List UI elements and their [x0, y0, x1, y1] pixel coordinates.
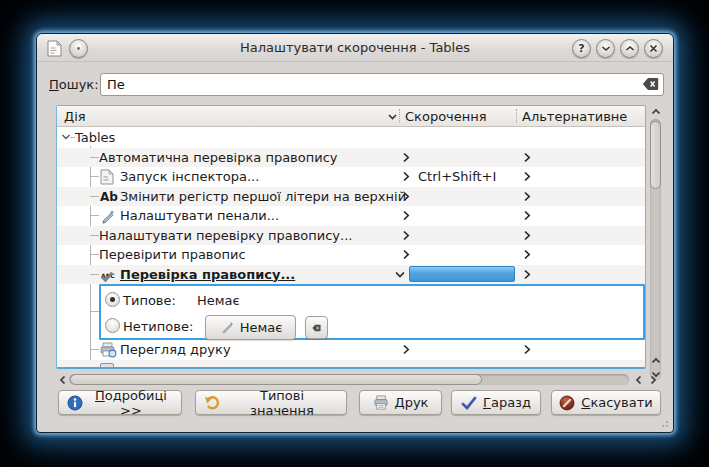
shortcut-expander-icon[interactable] — [402, 344, 410, 355]
chevron-down-icon[interactable] — [394, 269, 406, 280]
print-button-label: Друк — [395, 395, 429, 410]
default-shortcut-value: Немає — [197, 293, 240, 308]
script-icon — [100, 169, 117, 185]
shortcut-value: Ctrl+Shift+I — [418, 167, 496, 187]
shortcut-expander-icon[interactable] — [402, 230, 410, 241]
chevron-up-icon — [625, 45, 635, 52]
shortcuts-table: Дія Скорочення Альтернативне Tables Авто… — [56, 105, 646, 369]
alternate-expander-icon[interactable] — [523, 191, 531, 202]
alternate-expander-icon[interactable] — [523, 210, 531, 221]
shortcut-expander-icon[interactable] — [402, 191, 410, 202]
table-row[interactable]: Налаштувати перевірку правопису... — [57, 226, 645, 246]
help-button[interactable]: ? — [572, 39, 591, 58]
print-button[interactable]: Друк — [359, 390, 442, 415]
tree-line — [90, 157, 99, 158]
print-preview-icon — [100, 342, 117, 358]
undo-icon — [204, 395, 220, 410]
action-label: Налаштувати пенали... — [120, 206, 279, 226]
cancel-icon — [559, 395, 575, 411]
titlebar[interactable]: Налаштувати скорочення - Tables ? — [37, 34, 673, 62]
alternate-expander-icon[interactable] — [523, 249, 531, 260]
shortcut-input-field[interactable] — [409, 266, 515, 282]
minimize-button[interactable] — [596, 39, 615, 58]
cancel-button[interactable]: Скасувати — [551, 390, 661, 415]
custom-shortcut-radio[interactable] — [105, 318, 120, 333]
column-separator — [516, 109, 517, 123]
scrollbar-thumb[interactable] — [650, 121, 661, 189]
resize-grip[interactable] — [661, 420, 669, 428]
sort-indicator-icon[interactable] — [387, 113, 398, 121]
tree-line — [90, 254, 99, 255]
table-header: Дія Скорочення Альтернативне — [57, 106, 645, 127]
action-label: Запуск інспектора... — [120, 167, 259, 187]
default-shortcut-label: Типове: — [123, 293, 176, 308]
ok-button-label: Гаразд — [483, 395, 531, 410]
shortcut-expander-icon[interactable] — [402, 152, 410, 163]
table-row[interactable]: Перегляд друку — [57, 340, 645, 360]
scrollbar-thumb[interactable] — [70, 374, 482, 385]
defaults-button-label: Типові значення — [226, 388, 338, 418]
group-label: Tables — [75, 128, 115, 148]
scroll-left-icon[interactable] — [632, 373, 645, 386]
column-header-action[interactable]: Дія — [64, 109, 86, 124]
ok-button[interactable]: Гаразд — [451, 390, 541, 415]
tree-line — [90, 215, 99, 216]
scroll-right-icon[interactable] — [646, 373, 659, 386]
info-icon — [67, 395, 83, 411]
table-row-selected[interactable]: ABC Перевірка правопису... — [57, 265, 645, 285]
help-glyph: ? — [578, 42, 584, 55]
horizontal-scrollbar[interactable] — [56, 372, 660, 387]
action-label: Перегляд друку — [120, 340, 231, 360]
tree-line — [90, 196, 99, 197]
alternate-expander-icon[interactable] — [523, 171, 531, 182]
alternate-expander-icon[interactable] — [523, 269, 531, 280]
defaults-button[interactable]: Типові значення — [195, 390, 347, 415]
scrollbar-track[interactable] — [69, 374, 629, 385]
tree-line — [90, 274, 99, 275]
printer-icon — [373, 395, 389, 410]
clear-shortcut-button[interactable] — [305, 316, 328, 339]
screen: Налаштувати скорочення - Tables ? Пошук:… — [0, 0, 709, 467]
table-row[interactable]: Перевірити правопис — [57, 245, 645, 265]
close-button[interactable] — [644, 39, 663, 58]
custom-shortcut-button[interactable]: Немає — [205, 315, 296, 340]
action-label: Змінити регістр першої літери на верхній — [120, 187, 406, 207]
cancel-button-label: Скасувати — [581, 395, 652, 410]
close-icon — [649, 44, 658, 53]
alternate-expander-icon[interactable] — [523, 230, 531, 241]
chevron-down-icon — [601, 45, 611, 52]
shortcut-expander-icon[interactable] — [402, 171, 410, 182]
default-shortcut-radio[interactable] — [105, 292, 120, 307]
shortcuts-dialog: Налаштувати скорочення - Tables ? Пошук:… — [36, 33, 674, 433]
shortcut-expander-icon[interactable] — [402, 210, 410, 221]
clipped-icon — [100, 363, 114, 369]
table-row[interactable]: Налаштувати пенали... — [57, 206, 645, 226]
alternate-expander-icon[interactable] — [523, 152, 531, 163]
action-label: Перевірка правопису... — [120, 265, 295, 285]
column-header-shortcut[interactable]: Скорочення — [405, 109, 487, 124]
tree-line — [90, 311, 99, 312]
action-label: Перевірити правопис — [99, 245, 246, 265]
table-row[interactable]: Запуск інспектора... Ctrl+Shift+I — [57, 167, 645, 187]
scroll-left-icon[interactable] — [56, 373, 69, 386]
maximize-button[interactable] — [620, 39, 639, 58]
table-row[interactable]: Ab Змінити регістр першої літери на верх… — [57, 187, 645, 207]
shortcut-expander-icon[interactable] — [402, 249, 410, 260]
scroll-up-icon[interactable] — [649, 105, 662, 118]
action-label: Налаштувати перевірку правопису... — [99, 226, 352, 246]
clipped-row[interactable] — [57, 360, 645, 369]
clear-icon — [312, 322, 321, 334]
letter-case-icon: Ab — [100, 188, 117, 204]
tree-line — [90, 368, 99, 369]
check-icon — [461, 396, 477, 410]
table-row[interactable]: Автоматична перевірка правопису — [57, 148, 645, 168]
column-header-alternate[interactable]: Альтернативне — [522, 109, 627, 124]
scroll-up-icon[interactable] — [649, 354, 662, 367]
vertical-scrollbar[interactable] — [648, 105, 663, 388]
clear-search-icon[interactable] — [642, 77, 659, 91]
details-button[interactable]: Подробиці >> — [58, 390, 182, 415]
search-input[interactable] — [100, 73, 664, 96]
alternate-expander-icon[interactable] — [523, 344, 531, 355]
tree-line — [90, 176, 99, 177]
table-row-root[interactable]: Tables — [57, 128, 645, 148]
